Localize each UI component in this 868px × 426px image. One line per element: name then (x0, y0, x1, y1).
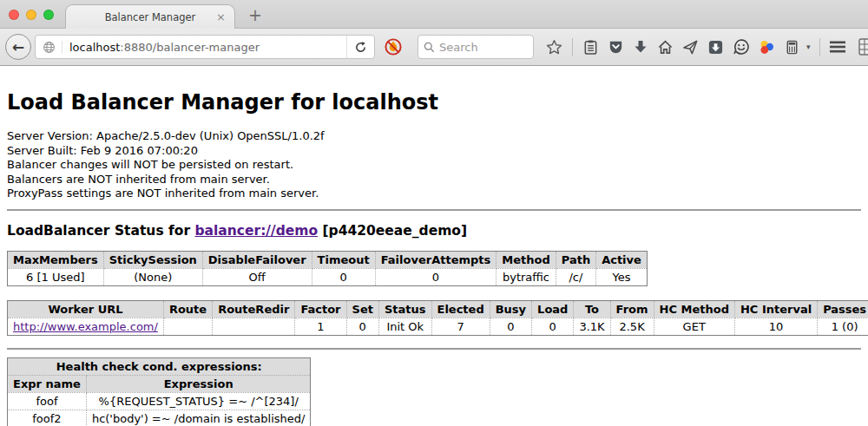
search-icon (424, 42, 435, 53)
url-host: localhost (69, 41, 120, 54)
bookmark-star-icon[interactable] (546, 39, 562, 56)
tab-close-icon[interactable]: × (216, 10, 226, 24)
cell-set: 0 (346, 318, 378, 335)
cell-to: 3.1K (574, 318, 610, 335)
cell-load: 0 (532, 318, 574, 335)
back-button[interactable]: ← (5, 34, 31, 60)
server-built-line: Server Built: Feb 9 2016 07:00:20 (7, 144, 861, 159)
cell-elected: 7 (431, 318, 490, 335)
toolbar-separator (819, 38, 820, 56)
cell-route (163, 318, 212, 335)
worker-url-link[interactable]: http://www.example.com/ (13, 320, 158, 333)
downloads-icon[interactable] (633, 39, 648, 55)
feedback-smiley-icon[interactable] (733, 38, 750, 56)
balancer-link[interactable]: balancer://demo (194, 223, 318, 239)
column-header: Method (496, 251, 556, 268)
cell-failoverattempts: 0 (375, 268, 496, 285)
cell-stickysession: (None) (103, 268, 202, 285)
column-header: Expression (86, 375, 311, 392)
reading-list-icon[interactable] (582, 39, 599, 56)
worker-row: http://www.example.com/ 1 0 Init Ok 7 0 … (8, 318, 868, 335)
column-header: Expr name (8, 375, 87, 392)
cell-expr-name: foof2 (8, 410, 87, 426)
column-header: HC Interval (734, 300, 817, 318)
table-row: foof %{REQUEST_STATUS} =~ /^[234]/ (8, 392, 311, 410)
divider (7, 209, 861, 211)
column-header: From (610, 300, 654, 318)
cell-disablefailover: Off (202, 268, 312, 285)
column-header: Route (163, 300, 212, 318)
new-tab-button[interactable]: + (248, 5, 262, 24)
search-input[interactable] (439, 41, 517, 54)
cell-active: Yes (596, 268, 648, 285)
cell-maxmembers: 6 [1 Used] (8, 268, 104, 285)
column-header: To (574, 300, 610, 318)
cell-hc-method: GET (654, 318, 734, 335)
column-header: Busy (490, 300, 531, 318)
toolbar-separator (572, 38, 573, 56)
worker-table: Worker URL Route RouteRedir Factor Set S… (7, 300, 868, 336)
cell-expr-name: foof (8, 392, 87, 410)
search-bar[interactable] (418, 35, 534, 59)
health-check-table: Health check cond. expressions: Expr nam… (7, 357, 311, 426)
page-title: Load Balancer Manager for localhost (7, 90, 861, 115)
cell-method: bytraffic (496, 268, 556, 285)
reload-button[interactable] (346, 36, 374, 58)
close-window-button[interactable] (9, 10, 19, 20)
annotate-extension-icon[interactable] (784, 39, 800, 56)
divider (7, 348, 861, 350)
pocket-icon[interactable] (608, 39, 624, 56)
colored-dots-extension-icon[interactable] (759, 39, 775, 56)
url-bar[interactable]: localhost:8880/balancer-manager (35, 35, 375, 59)
navigation-toolbar: ← localhost:8880/balancer-manager (0, 29, 868, 66)
page-content: Load Balancer Manager for localhost Serv… (0, 67, 868, 426)
table-title-row: Health check cond. expressions: (8, 357, 311, 375)
column-header: Load (532, 300, 574, 318)
cell-factor: 1 (295, 318, 346, 335)
status-heading: LoadBalancer Status for balancer://demo … (7, 223, 861, 239)
send-page-icon[interactable] (682, 39, 699, 56)
cell-expression: hc('body') =~ /domain is established/ (86, 410, 311, 426)
column-header: Status (378, 300, 431, 318)
table-header-row: Expr name Expression (8, 375, 311, 392)
column-header: Path (556, 251, 595, 268)
column-header: MaxMembers (8, 251, 104, 268)
notes-grid-icon[interactable] (858, 37, 868, 56)
column-header: Factor (295, 300, 346, 318)
column-header: HC Method (654, 300, 734, 318)
status-heading-suffix: [p4420eeae_demo] (318, 223, 467, 239)
column-header: Active (596, 251, 648, 268)
browser-window: Balancer Manager × + ← localhost:8880/ba… (0, 0, 868, 426)
column-header: Elected (431, 300, 490, 318)
cell-from: 2.5K (610, 318, 654, 335)
cell-path: /c/ (556, 268, 595, 285)
video-download-icon[interactable] (707, 39, 724, 56)
note-line: Balancer changes will NOT be persisted o… (7, 158, 861, 173)
cell-routeredir (213, 318, 295, 335)
chevron-down-icon[interactable]: ▾ (806, 43, 811, 51)
status-heading-prefix: LoadBalancer Status for (7, 223, 194, 239)
minimize-window-button[interactable] (26, 10, 36, 20)
browser-tab[interactable]: Balancer Manager × (65, 4, 235, 29)
home-icon[interactable] (657, 39, 674, 56)
tab-title: Balancer Manager (105, 11, 196, 23)
cell-timeout: 0 (312, 268, 375, 285)
cell-busy: 0 (490, 318, 531, 335)
url-text[interactable]: localhost:8880/balancer-manager (62, 41, 346, 54)
column-header: DisableFailover (202, 251, 312, 268)
note-line: Balancers are NOT inherited from main se… (7, 173, 861, 187)
table-row: foof2 hc('body') =~ /domain is establish… (8, 410, 311, 426)
flash-block-icon[interactable] (384, 37, 403, 56)
column-header: Worker URL (8, 300, 164, 318)
column-header: StickySession (103, 251, 202, 268)
globe-icon (36, 41, 62, 54)
server-version-line: Server Version: Apache/2.5.0-dev (Unix) … (7, 129, 861, 144)
column-header: Timeout (312, 251, 375, 268)
column-header: FailoverAttempts (375, 251, 496, 268)
cell-expression: %{REQUEST_STATUS} =~ /^[234]/ (86, 392, 311, 410)
health-table-title: Health check cond. expressions: (8, 357, 311, 375)
zoom-window-button[interactable] (43, 10, 54, 20)
balancer-settings-table: MaxMembers StickySession DisableFailover… (7, 251, 648, 286)
menu-hamburger-icon[interactable] (829, 40, 846, 54)
column-header: RouteRedir (213, 300, 295, 318)
